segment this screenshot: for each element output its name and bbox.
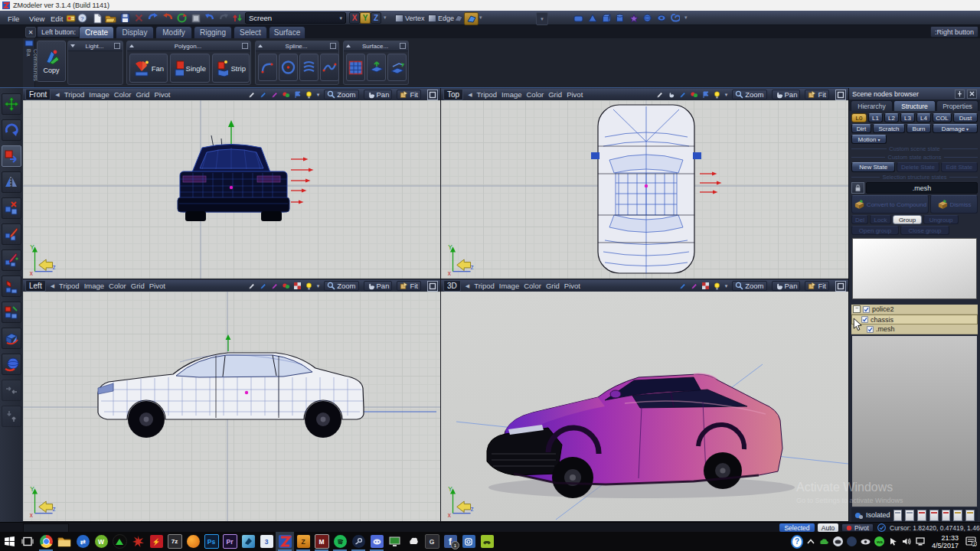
fit-button[interactable]: Fit (805, 90, 829, 99)
axis-dropdown-icon[interactable]: ▾ (381, 13, 390, 23)
pan-button[interactable]: Pan (364, 90, 393, 99)
pencil-purple-icon[interactable] (271, 282, 278, 290)
lod-dust-button[interactable]: Dust (953, 113, 978, 122)
collapse-arrow-icon[interactable]: ◀ (466, 283, 469, 289)
lod-l0-button[interactable]: L0 (851, 113, 867, 122)
copy-button[interactable]: Copy (37, 41, 66, 82)
maximize-viewport-icon[interactable] (835, 281, 846, 292)
viewport-top-canvas[interactable] (441, 100, 848, 279)
new-state-button[interactable]: New State (851, 162, 895, 172)
primitive-sphere-icon[interactable] (642, 13, 653, 23)
convert-to-compound-button[interactable]: Convert to Compound (851, 195, 929, 214)
whatsapp-tray-icon[interactable]: wa (874, 534, 886, 549)
header-dropdown-icon[interactable]: ▾ (317, 92, 320, 98)
extra-dropdown-icon[interactable]: ▾ (536, 12, 548, 25)
tab-modify[interactable]: Modify (155, 26, 192, 38)
palette-icon[interactable] (283, 282, 289, 290)
maximize-viewport-icon[interactable] (835, 90, 846, 100)
modeling-app-taskbar-icon[interactable] (239, 532, 257, 551)
pan-button[interactable]: Pan (772, 90, 801, 99)
pointer-tray-icon[interactable] (887, 534, 900, 549)
pencil-purple-icon[interactable] (691, 282, 697, 290)
mirror-tool-button[interactable] (2, 171, 21, 193)
damage-dropdown[interactable]: Damage▾ (933, 124, 978, 133)
collapse-arrow-icon[interactable]: ◀ (51, 283, 54, 289)
tab-surface[interactable]: Surface (269, 26, 305, 38)
primitive-box-icon[interactable] (573, 13, 584, 23)
vegas-taskbar-icon[interactable]: 3 (257, 532, 276, 551)
header-dropdown-icon[interactable]: ▾ (725, 283, 728, 289)
pivot-button[interactable]: Pivot (841, 523, 874, 532)
volume-tray-icon[interactable] (901, 534, 913, 549)
lightbulb-icon[interactable] (305, 282, 312, 290)
panel-options-icon[interactable] (400, 43, 406, 49)
pencil-blue-icon[interactable] (260, 91, 266, 99)
red-app-taskbar-icon[interactable] (129, 532, 147, 551)
filter-red-icon[interactable] (917, 510, 926, 521)
viewport-front-canvas[interactable] (23, 100, 440, 279)
edit-mesh-button[interactable] (2, 249, 21, 271)
primitive-star-icon[interactable] (628, 13, 639, 23)
fit-button[interactable]: Fit (397, 90, 421, 99)
instagram-taskbar-icon[interactable] (459, 532, 478, 551)
teamviewer-taskbar-icon[interactable]: ⇄ (74, 532, 92, 551)
zmodeler-taskbar-icon[interactable] (276, 532, 294, 551)
ungroup-button[interactable]: Ungroup (923, 215, 959, 224)
pin-panel-icon[interactable] (955, 90, 965, 99)
eye-tray-icon[interactable] (860, 534, 872, 549)
steam-taskbar-icon[interactable] (349, 532, 368, 551)
folder-view2-icon[interactable] (965, 510, 975, 521)
taskbar-clock[interactable]: 21:33 4/5/2017 (929, 534, 962, 549)
primitive-torus-icon[interactable] (655, 13, 667, 23)
dismiss-button[interactable]: Dismiss (930, 195, 978, 214)
pencil-blue-icon[interactable] (679, 91, 686, 99)
flash-app-taskbar-icon[interactable]: ⚡ (147, 532, 165, 551)
tree-row-mesh[interactable]: .mesh (851, 324, 978, 334)
nav-image[interactable]: Image (499, 282, 519, 290)
flag-icon[interactable] (702, 91, 709, 99)
dirt-button[interactable]: Dirt (851, 124, 871, 133)
lightbulb-icon[interactable] (714, 282, 720, 290)
action-center-icon[interactable]: 2 (963, 534, 978, 549)
orange-app-taskbar-icon[interactable] (184, 532, 202, 551)
viewport-left-canvas[interactable] (23, 292, 440, 521)
viewport-front-label[interactable]: Front (25, 89, 51, 100)
isolated-button[interactable]: Isolated (854, 511, 890, 520)
maximize-viewport-icon[interactable] (427, 281, 438, 292)
white-app-taskbar-icon[interactable] (404, 532, 423, 551)
panel-options-icon[interactable] (114, 43, 120, 49)
cloud-app-taskbar-icon[interactable] (110, 532, 129, 551)
spline-helix-tool[interactable] (299, 54, 318, 81)
steam-tray-icon[interactable] (846, 534, 858, 549)
start-button[interactable] (0, 532, 18, 551)
zoom-button[interactable]: Zoom (732, 90, 766, 99)
strip-tool-button[interactable]: Strip (212, 54, 250, 83)
spline-arc-tool[interactable] (258, 54, 277, 81)
viewport-3d-label[interactable]: 3D (443, 280, 461, 292)
sphere-tool-button[interactable] (2, 354, 21, 375)
photoshop-taskbar-icon[interactable]: Ps (202, 532, 220, 551)
menu-file[interactable]: File (5, 13, 22, 23)
nav-tripod[interactable]: Tripod (59, 282, 80, 290)
nav-color[interactable]: Color (114, 90, 132, 99)
selected-mode-button[interactable]: Selected (779, 523, 815, 532)
spline-circle-tool[interactable] (279, 54, 298, 81)
nav-image[interactable]: Image (501, 90, 521, 99)
close-group-button[interactable]: Close group (900, 226, 949, 235)
axis-z-button[interactable]: Z (371, 12, 381, 24)
filter-red3-icon[interactable] (942, 510, 951, 521)
poly-mode-icon[interactable] (452, 12, 465, 24)
scratch-button[interactable]: Scratch (873, 124, 905, 133)
palette-icon[interactable] (691, 91, 697, 99)
palette-icon[interactable] (283, 91, 289, 99)
mode-dropdown-icon[interactable]: ▾ (476, 13, 485, 23)
surface-grid-tool[interactable] (346, 54, 365, 81)
pencil-purple-icon[interactable] (271, 91, 278, 99)
explorer-taskbar-icon[interactable] (55, 532, 74, 551)
zoom-button[interactable]: Zoom (324, 90, 358, 99)
fit-button[interactable]: Fit (397, 281, 421, 291)
snap-check-icon[interactable] (877, 523, 886, 532)
panel-options-icon[interactable] (242, 43, 248, 49)
lod-l4-button[interactable]: L4 (916, 113, 931, 122)
nav-color[interactable]: Color (524, 282, 541, 290)
